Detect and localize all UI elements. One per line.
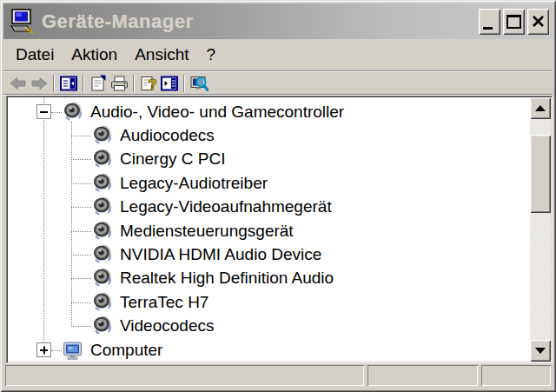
maximize-button[interactable] — [503, 9, 525, 35]
print-icon — [109, 74, 129, 93]
content-area: Audio-, Video- und Gamecontroller — [6, 96, 553, 363]
speaker-icon — [62, 101, 84, 123]
speaker-icon — [91, 315, 114, 337]
scroll-up-button[interactable] — [530, 97, 551, 119]
statusbar-panel-3 — [481, 365, 551, 386]
speaker-icon — [91, 196, 114, 218]
show-action-pane-icon — [160, 74, 179, 93]
speaker-icon — [91, 148, 114, 170]
speaker-icon — [91, 172, 114, 195]
tree-node-audiocodecs[interactable]: Audiocodecs — [8, 123, 530, 147]
tree-node-realtek-hd-audio[interactable]: Realtek High Definition Audio — [8, 267, 530, 290]
speaker-icon — [91, 267, 114, 289]
tree-connector — [71, 207, 91, 208]
device-manager-window: Geräte-Manager Datei Aktion Ansicht ? — [0, 0, 556, 392]
window-controls — [479, 9, 549, 35]
menubar: Datei Aktion Ansicht ? — [3, 39, 553, 70]
titlebar[interactable]: Geräte-Manager — [3, 3, 553, 39]
menu-datei[interactable]: Datei — [7, 42, 63, 68]
tree-connector — [71, 326, 91, 327]
page-title: Geräte-Manager — [42, 10, 479, 33]
tree-node-nvidia-hdmi-audio[interactable]: NVIDIA HDMI Audio Device — [8, 243, 530, 266]
collapse-toggle-minus[interactable] — [36, 104, 51, 119]
node-label[interactable]: NVIDIA HDMI Audio Device — [120, 245, 321, 264]
tree-node-audio-video-gamecontroller[interactable]: Audio-, Video- und Gamecontroller — [8, 100, 530, 123]
svg-text:?: ? — [149, 76, 157, 93]
help-icon: ? — [139, 74, 158, 93]
tree-node-mediensteuerungsgeraet[interactable]: Mediensteuerungsgerät — [8, 219, 530, 243]
statusbar-panel-1 — [5, 365, 364, 386]
maximize-icon — [506, 15, 521, 29]
device-tree: Audio-, Video- und Gamecontroller — [8, 97, 530, 362]
scan-hardware-changes-button[interactable] — [189, 73, 209, 94]
vertical-scrollbar[interactable] — [530, 97, 551, 362]
print-button[interactable] — [109, 73, 129, 94]
node-label[interactable]: Cinergy C PCI — [120, 149, 225, 169]
node-label[interactable]: Legacy-Videoaufnahmegerät — [120, 197, 332, 216]
toolbar-separator — [83, 75, 84, 92]
node-label[interactable]: Legacy-Audiotreiber — [120, 174, 268, 193]
close-button[interactable] — [527, 9, 549, 35]
device-manager-computer-icon — [9, 8, 36, 36]
forward-arrow-icon — [30, 74, 49, 93]
node-label[interactable]: Audio-, Video- und Gamecontroller — [90, 103, 344, 122]
show-console-tree-button[interactable] — [58, 73, 79, 94]
tree-connector — [71, 231, 91, 232]
tree-connector — [51, 350, 62, 351]
tree-connector — [71, 136, 91, 136]
tree-node-terratec-h7[interactable]: TerraTec H7 — [8, 290, 530, 314]
computer-icon — [62, 339, 84, 362]
toolbar: ? — [3, 72, 553, 94]
show-console-tree-icon — [59, 74, 78, 93]
tree-connector — [71, 302, 91, 303]
expand-toggle-plus[interactable] — [36, 342, 51, 357]
speaker-icon — [91, 220, 114, 243]
speaker-icon — [91, 243, 114, 266]
tree-connector — [71, 183, 91, 184]
minimize-button[interactable] — [479, 9, 500, 35]
statusbar — [3, 363, 553, 388]
tree-node-computer[interactable]: Computer — [8, 338, 530, 362]
menu-hilfe[interactable]: ? — [197, 42, 224, 68]
tree-connector — [71, 278, 91, 279]
node-label[interactable]: TerraTec H7 — [120, 293, 208, 312]
help-button[interactable]: ? — [138, 73, 159, 94]
arrow-down-icon — [535, 348, 546, 354]
tree-connector — [71, 159, 91, 160]
plus-icon — [43, 346, 45, 354]
statusbar-panel-2 — [367, 365, 478, 386]
toolbar-separator — [53, 75, 55, 92]
node-label[interactable]: Mediensteuerungsgerät — [120, 222, 294, 241]
scan-hardware-changes-icon — [189, 74, 208, 93]
properties-icon — [89, 74, 108, 93]
node-label[interactable]: Audiocodecs — [120, 126, 215, 145]
tree-connector — [71, 255, 91, 256]
tree-node-cinergy-c-pci[interactable]: Cinergy C PCI — [8, 148, 530, 171]
speaker-icon — [91, 291, 114, 314]
toolbar-separator — [133, 75, 135, 92]
tree-node-legacy-audiotreiber[interactable]: Legacy-Audiotreiber — [8, 171, 530, 195]
close-icon — [532, 15, 545, 28]
minus-icon — [40, 111, 48, 113]
menu-ansicht[interactable]: Ansicht — [126, 42, 197, 68]
arrow-up-icon — [535, 105, 546, 111]
node-label[interactable]: Realtek High Definition Audio — [120, 269, 334, 288]
tree-node-videocodecs[interactable]: Videocodecs — [8, 315, 530, 338]
scrollbar-track[interactable] — [530, 119, 551, 340]
back-button[interactable] — [8, 73, 29, 94]
tree-rows: Audio-, Video- und Gamecontroller — [8, 100, 530, 362]
tree-node-legacy-videoaufnahmegeraet[interactable]: Legacy-Videoaufnahmegerät — [8, 196, 530, 219]
node-label[interactable]: Videocodecs — [120, 316, 214, 336]
forward-button[interactable] — [29, 73, 50, 94]
speaker-icon — [91, 124, 114, 147]
scroll-down-button[interactable] — [530, 340, 551, 362]
node-label[interactable]: Computer — [90, 341, 162, 360]
minimize-icon — [483, 27, 493, 30]
screen: Geräte-Manager Datei Aktion Ansicht ? — [0, 0, 556, 392]
toolbar-separator — [183, 75, 185, 92]
show-action-pane-button[interactable] — [159, 73, 180, 94]
back-arrow-icon — [9, 74, 28, 93]
scrollbar-thumb[interactable] — [530, 135, 551, 213]
properties-button[interactable] — [88, 73, 109, 94]
menu-aktion[interactable]: Aktion — [63, 42, 126, 68]
